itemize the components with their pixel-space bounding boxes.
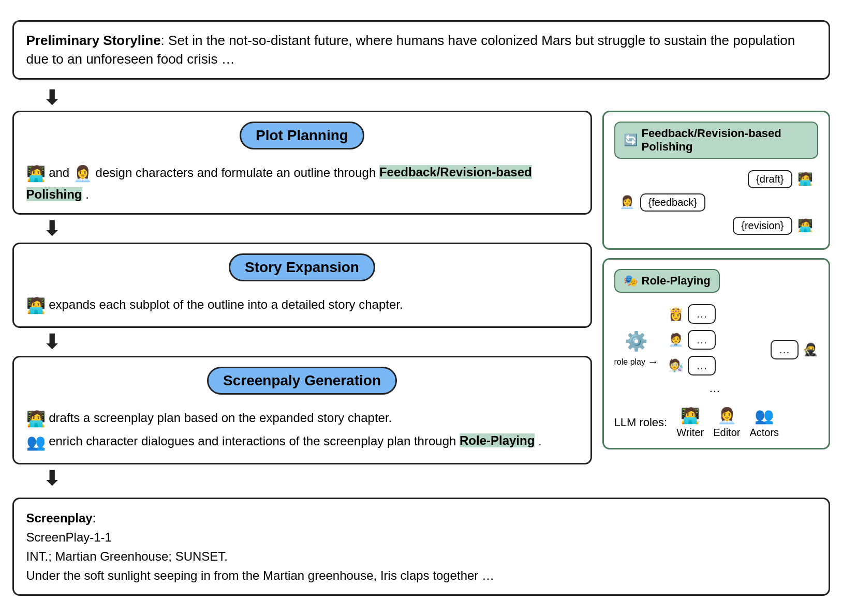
- right-column: 🔄 Feedback/Revision-based Polishing {dra…: [602, 111, 830, 449]
- story-expansion-content: 🧑‍💻 expands each subplot of the outline …: [26, 294, 578, 317]
- writer-icon-1: 🧑‍💻: [26, 165, 46, 182]
- writer-role-icon: 🧑‍💻: [681, 407, 700, 425]
- feedback-content: {draft} 🧑‍💻 👩‍💼 {feedback} {revision} 🧑‍…: [614, 166, 818, 239]
- editor-role-label: Editor: [713, 427, 740, 439]
- llm-roles-label: LLM roles:: [614, 416, 668, 429]
- role-play-arrow: role play →: [614, 355, 659, 369]
- feedback-title-text: Feedback/Revision-based Polishing: [642, 127, 809, 154]
- screenplay-gen-box: Screenpaly Generation 🧑‍💻 drafts a scree…: [12, 356, 592, 464]
- plot-planning-title: Plot Planning: [240, 122, 364, 149]
- screenplay-gen-title: Screenpaly Generation: [207, 367, 397, 395]
- feedback-icon: 🔄: [624, 133, 638, 147]
- agent-row-3: 🧑‍🔬 …: [668, 356, 761, 375]
- writer-feedback-icon: 🧑‍💻: [797, 172, 813, 186]
- story-expansion-title: Story Expansion: [229, 253, 375, 281]
- editor-feedback-icon: 👩‍💼: [619, 195, 635, 209]
- preliminary-label: Preliminary Storyline: [26, 33, 161, 48]
- gpt-icon: ⚙️: [625, 330, 648, 352]
- editor-role-icon: 👩‍💼: [717, 407, 736, 425]
- role-playing-title-text: Role-Playing: [642, 274, 711, 288]
- agent-icon-3: 🧑‍🔬: [668, 358, 684, 373]
- writer-icon-3: 🧑‍💻: [26, 410, 46, 427]
- arrow-3: ⬇: [43, 332, 60, 352]
- agent-row-2: 🧑‍💼 …: [668, 330, 761, 350]
- arrow-2: ⬇: [43, 219, 60, 238]
- preliminary-box: Preliminary Storyline: Set in the not-so…: [12, 20, 830, 80]
- agent-row-1: 👸 …: [668, 304, 761, 324]
- draft-row: {draft} 🧑‍💻: [619, 170, 813, 188]
- editor-icon-1: 👩‍💼: [73, 165, 92, 182]
- screenplay-line1: ScreenPlay-1-1: [26, 528, 816, 547]
- revision-row: {revision} 🧑‍💻: [619, 217, 813, 235]
- actors-role: 👥 Actors: [749, 407, 779, 439]
- revision-bubble: {revision}: [733, 217, 792, 235]
- top-row: Plot Planning 🧑‍💻 and 👩‍💼 design charact…: [12, 111, 830, 464]
- main-diagram: Preliminary Storyline: Set in the not-so…: [12, 20, 830, 596]
- left-column: Plot Planning 🧑‍💻 and 👩‍💼 design charact…: [12, 111, 592, 464]
- writer-role: 🧑‍💻 Writer: [676, 407, 704, 439]
- feedback-box: 🔄 Feedback/Revision-based Polishing {dra…: [602, 111, 830, 250]
- editor-role: 👩‍💼 Editor: [713, 407, 740, 439]
- feedback-row: 👩‍💼 {feedback}: [619, 193, 813, 212]
- screenplay-line2: INT.; Martian Greenhouse; SUNSET.: [26, 547, 816, 566]
- plot-planning-box: Plot Planning 🧑‍💻 and 👩‍💼 design charact…: [12, 111, 592, 215]
- and-text: and: [49, 165, 73, 179]
- story-expansion-box: Story Expansion 🧑‍💻 expands each subplot…: [12, 243, 592, 328]
- role-play-content: ⚙️ role play → 👸 …: [614, 300, 818, 399]
- agent-2-bubble: …: [688, 330, 716, 350]
- screenplay-label: Screenplay: [26, 511, 93, 525]
- screenplay-output-box: Screenplay: ScreenPlay-1-1 INT.; Martian…: [12, 498, 830, 596]
- screenplay-gen-content: 🧑‍💻 drafts a screenplay plan based on th…: [26, 407, 578, 454]
- actors-role-label: Actors: [749, 427, 779, 439]
- role-playing-highlight: Role-Playing: [460, 433, 535, 447]
- agent-3-bubble: …: [688, 356, 716, 375]
- feedback-box-title: 🔄 Feedback/Revision-based Polishing: [614, 122, 818, 159]
- screenplay-label-line: Screenplay:: [26, 508, 816, 528]
- right-agent-bubble: …: [771, 340, 799, 359]
- arrow-4: ⬇: [43, 469, 60, 488]
- draft-bubble: {draft}: [748, 170, 792, 188]
- role-playing-box: 🎭 Role-Playing ⚙️ role play →: [602, 258, 830, 449]
- writer-icon-2: 🧑‍💻: [26, 297, 46, 314]
- actors-icon: 👥: [26, 433, 46, 450]
- role-playing-icon: 🎭: [624, 274, 638, 288]
- arrow-1: ⬇: [43, 88, 60, 108]
- screenplay-line3: Under the soft sunlight seeping in from …: [26, 566, 816, 585]
- plot-planning-content: 🧑‍💻 and 👩‍💼 design characters and formul…: [26, 162, 578, 204]
- role-playing-box-title: 🎭 Role-Playing: [614, 269, 720, 293]
- right-agent-row: … 🥷: [771, 340, 818, 359]
- role-play-agents: 👸 … 🧑‍💼 … 🧑‍🔬 …: [668, 304, 761, 395]
- writer-revision-icon: 🧑‍💻: [797, 218, 813, 233]
- role-play-more-dots: …: [668, 382, 761, 395]
- feedback-bubble: {feedback}: [640, 193, 706, 212]
- actors-role-icon: 👥: [755, 407, 774, 425]
- agent-1-bubble: …: [688, 304, 716, 324]
- llm-roles-row: LLM roles: 🧑‍💻 Writer 👩‍💼 Editor 👥 Actor…: [614, 407, 818, 439]
- agent-icon-2: 🧑‍💼: [668, 333, 684, 347]
- agent-icon-1: 👸: [668, 307, 684, 321]
- writer-role-label: Writer: [676, 427, 704, 439]
- right-agent-icon: 🥷: [803, 342, 818, 357]
